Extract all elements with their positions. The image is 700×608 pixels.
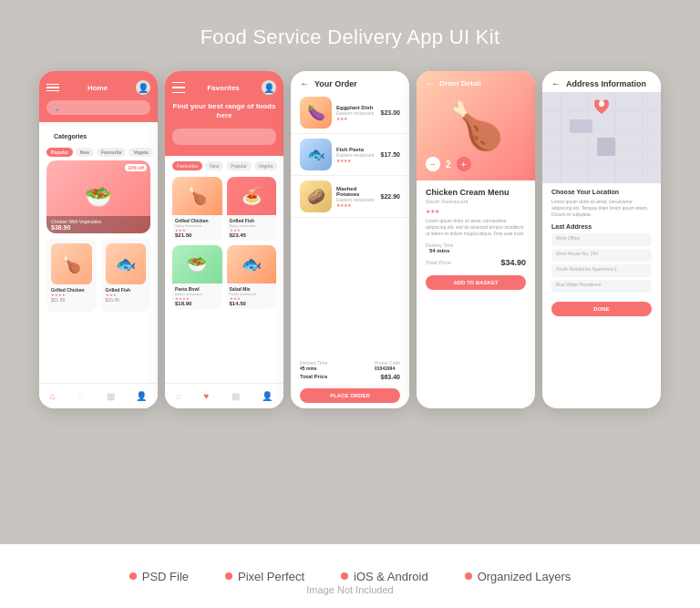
p2-tab-popular[interactable]: Popular [226, 161, 251, 170]
small-card-1[interactable]: 🍗 Grilled Chicken ★★★★ $21.50 [46, 239, 97, 312]
small-cards-row: 🍗 Grilled Chicken ★★★★ $21.50 🐟 Grilled … [39, 239, 158, 312]
phone4-title: Order Detail [439, 79, 481, 88]
grid-card-2[interactable]: 🍝 Grilled Fish Spicy restaurant ★★★ $23.… [227, 177, 277, 241]
phone3-title: Your Order [314, 79, 357, 88]
addr-field-4[interactable]: Blue Water Residence [551, 280, 652, 293]
tab-popular[interactable]: Popular [46, 148, 73, 157]
phone4-total-value: $34.90 [500, 258, 526, 267]
main-food-price: $38.90 [51, 224, 146, 231]
location-desc: Lorem ipsum dolor sit amet, consectetur … [551, 199, 652, 218]
search-icon: 🔍 [52, 105, 58, 111]
feature-pixel-dot [225, 572, 232, 580]
add-basket-button[interactable]: ADD TO BASKET [426, 275, 526, 290]
total-value: $63.40 [381, 374, 400, 380]
nav-home-icon[interactable]: ⌂ [50, 391, 56, 401]
tab-new[interactable]: New [76, 148, 94, 157]
p2-nav-profile[interactable]: 👤 [262, 391, 273, 401]
phone2-avatar[interactable] [262, 80, 276, 95]
p2-tab-new[interactable]: New [205, 161, 223, 170]
food-detail-desc: Lorem ipsum dolor sit amet, consectetur … [426, 218, 526, 237]
bottom-note: Image Not Included [306, 584, 393, 595]
hero-text: Find your best range of foods here [172, 102, 276, 121]
grid-card-3-image: 🥗 [172, 245, 222, 283]
bottom-nav: ⌂ ♡ ▦ 👤 [39, 383, 158, 408]
total-label: Total Price [300, 374, 327, 380]
grid-card-1-image: 🍗 [172, 177, 222, 215]
feature-layers-dot [465, 572, 472, 580]
grid-card-4[interactable]: 🐟 Salad Mix Fresh restaurant ★★★ $14.50 [227, 245, 277, 309]
nav-calendar-icon[interactable]: ▦ [107, 391, 115, 401]
grid-cards: 🍗 Grilled Chicken Spicy restaurant ★★★ $… [165, 173, 283, 313]
done-button[interactable]: DONE [551, 302, 652, 316]
search-bar[interactable]: 🔍 [46, 100, 150, 115]
gc4-price: $14.50 [230, 301, 274, 306]
oi1-image: 🍆 [300, 97, 332, 129]
oi1-price: $23.00 [381, 109, 400, 116]
oi1-name: Eggplant Dish [336, 105, 376, 110]
grid-card-3[interactable]: 🥗 Pasta Bowl Italian restaurant ★★★★ $18… [172, 245, 222, 309]
feature-psd-dot [129, 572, 137, 580]
quantity-plus[interactable]: + [457, 157, 471, 171]
small-card-2[interactable]: 🐟 Grilled Fish ★★★ $23.45 [101, 239, 151, 312]
avatar[interactable] [136, 80, 150, 95]
place-order-button[interactable]: PLACE ORDER [300, 388, 400, 403]
phone2-bottom-nav: ⌂ ♥ ▦ 👤 [165, 383, 283, 408]
oi3-image: 🥔 [300, 180, 332, 212]
address-fields: Work Office West House No. 254 South Res… [551, 233, 652, 293]
oi2-image: 🐟 [300, 139, 332, 170]
food-detail-sub: South Restaurant [426, 199, 526, 204]
quantity-minus[interactable]: − [426, 157, 440, 171]
phone5-header: ← Address Information [542, 71, 661, 92]
feature-layers-label: Organized Layers [478, 570, 571, 583]
phone4-total: Total Price $34.90 [426, 258, 526, 267]
p2-nav-calendar[interactable]: ▦ [232, 391, 240, 401]
phone-order: ← Your Order 🍆 Eggplant Dish Eastern res… [291, 71, 409, 408]
feature-pixel: Pixel Perfect [225, 570, 304, 583]
oi1-stars: ★★★ [336, 116, 376, 121]
oi2-price: $17.50 [381, 151, 400, 158]
order-item-3: 🥔 Mashed Potatoes Eastern restaurant ★★★… [291, 176, 409, 218]
delivery-time-value: 45 mins [300, 366, 327, 371]
hamburger-icon[interactable] [46, 84, 59, 92]
small-card-1-image: 🍗 [51, 243, 92, 284]
tab-favourite[interactable]: Favourite [97, 148, 127, 157]
gc1-price: $21.50 [175, 232, 220, 238]
p2-tab-favourites[interactable]: Favourites [172, 161, 202, 170]
quantity-control: − 2 + [426, 157, 471, 171]
phone5-back[interactable]: ← [551, 78, 561, 88]
addr-field-3[interactable]: South Residence Apartment b [551, 264, 652, 277]
phone4-total-label: Total Price [426, 260, 451, 265]
addr-field-2[interactable]: West House No. 254 [551, 249, 652, 262]
phone5-title: Address Information [566, 79, 646, 88]
phone3-header: ← Your Order [291, 71, 409, 92]
page-title: Food Service Delivery App UI Kit [201, 26, 500, 49]
addr-field-1[interactable]: Work Office [551, 233, 652, 246]
tab-veggie[interactable]: Vegeta [129, 148, 152, 157]
svg-point-11 [599, 101, 604, 107]
categories-label: Categories [46, 133, 94, 142]
phone-favorites: Favorites Find your best range of foods … [165, 71, 283, 408]
p2-tab-veggie[interactable]: Vegeta [254, 161, 278, 170]
food-detail-stars: ★★★ [426, 208, 526, 214]
p2-nav-home[interactable]: ⌂ [176, 391, 181, 401]
grid-card-1[interactable]: 🍗 Grilled Chicken Spicy restaurant ★★★ $… [172, 177, 222, 241]
phone4-delivery-time: 54 mins [426, 248, 453, 253]
phone4-delivery: Delivery Time 54 mins [426, 242, 526, 253]
map-area [542, 92, 661, 183]
p2-nav-heart[interactable]: ♥ [203, 391, 209, 401]
home-screen-label: Home [88, 84, 108, 92]
nav-profile-icon[interactable]: 👤 [136, 391, 147, 401]
main-food-card[interactable]: 🥗 10% off Chicken With Vegetables $38.90 [46, 160, 150, 233]
phone3-back[interactable]: ← [300, 78, 309, 88]
food-detail-name: Chicken Cream Menu [426, 188, 526, 197]
phone2-hamburger[interactable] [172, 82, 185, 94]
hero-search-bar[interactable] [172, 129, 276, 145]
oi3-price: $22.90 [381, 193, 400, 200]
nav-heart-icon[interactable]: ♡ [77, 391, 85, 401]
grid-card-4-image: 🐟 [227, 245, 277, 283]
phone4-back[interactable]: ← [426, 78, 435, 88]
order-footer: Delivery Time 45 mins Promo Code 0104199… [291, 355, 409, 408]
oi2-sub: Eastern restaurant [336, 152, 376, 158]
phone2-header: Favorites Find your best range of foods … [165, 71, 283, 156]
quantity-number: 2 [446, 160, 451, 170]
